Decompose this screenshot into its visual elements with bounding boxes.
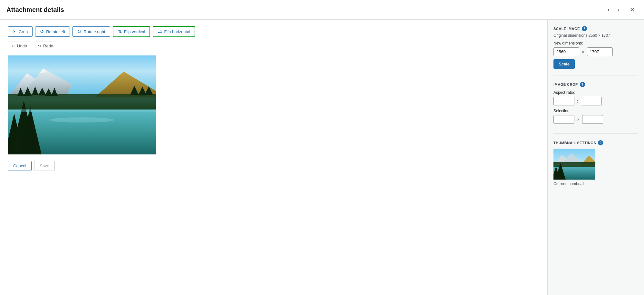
scale-image-help-icon[interactable]: ? bbox=[582, 26, 587, 31]
scale-button[interactable]: Scale bbox=[553, 59, 575, 69]
thumbnail-settings-title: THUMBNAIL SETTINGS ? bbox=[553, 140, 638, 145]
dims-separator: × bbox=[582, 49, 584, 54]
action-row: Cancel Save bbox=[8, 161, 540, 171]
scale-image-title: SCALE IMAGE ? bbox=[553, 26, 638, 31]
original-dims: Original dimensions 2560 × 1707 bbox=[553, 33, 638, 38]
selection-width-input[interactable] bbox=[553, 115, 574, 124]
aspect-separator: : bbox=[577, 99, 578, 103]
dims-row: × bbox=[553, 47, 638, 56]
undo-icon: ↩ bbox=[12, 44, 15, 48]
cancel-button[interactable]: Cancel bbox=[8, 161, 32, 171]
flip-horizontal-icon: ⇄ bbox=[158, 29, 162, 34]
image-container bbox=[8, 55, 156, 154]
scale-image-section: SCALE IMAGE ? Original dimensions 2560 ×… bbox=[553, 26, 638, 75]
thumbnail-settings-help-icon[interactable]: ? bbox=[598, 140, 603, 145]
rotate-right-icon: ↻ bbox=[77, 29, 82, 34]
aspect-ratio-label: Aspect ratio: bbox=[553, 90, 638, 95]
flip-vertical-button[interactable]: ⇅ Flip vertical bbox=[113, 26, 150, 37]
image-crop-help-icon[interactable]: ? bbox=[580, 82, 585, 87]
close-button[interactable]: ✕ bbox=[627, 5, 638, 15]
page-title: Attachment details bbox=[6, 6, 64, 14]
crop-icon: ✂ bbox=[13, 29, 17, 34]
sidebar: SCALE IMAGE ? Original dimensions 2560 ×… bbox=[547, 20, 644, 295]
next-button[interactable]: › bbox=[615, 5, 622, 15]
flip-vertical-icon: ⇅ bbox=[118, 29, 122, 34]
rotate-left-button[interactable]: ↺ Rotate left bbox=[35, 26, 70, 37]
editor-area: ✂ Crop ↺ Rotate left ↻ Rotate right ⇅ Fl… bbox=[0, 20, 547, 295]
crop-button[interactable]: ✂ Crop bbox=[8, 26, 33, 37]
selection-label: Selection: bbox=[553, 109, 638, 113]
aspect-height-input[interactable] bbox=[581, 97, 602, 105]
svg-point-21 bbox=[50, 117, 114, 123]
aspect-ratio-row: : bbox=[553, 97, 638, 105]
new-dims-label: New dimensions: bbox=[553, 41, 638, 45]
height-input[interactable] bbox=[587, 47, 613, 56]
redo-button[interactable]: ↪ Redo bbox=[34, 42, 57, 50]
undo-redo-row: ↩ Undo ↪ Redo bbox=[8, 42, 540, 50]
header: Attachment details ‹ › ✕ bbox=[0, 0, 644, 20]
save-button[interactable]: Save bbox=[34, 161, 55, 171]
toolbar: ✂ Crop ↺ Rotate left ↻ Rotate right ⇅ Fl… bbox=[8, 26, 540, 37]
prev-button[interactable]: ‹ bbox=[605, 5, 612, 15]
thumbnail-settings-section: THUMBNAIL SETTINGS ? bbox=[553, 140, 638, 192]
selection-height-input[interactable] bbox=[582, 115, 603, 124]
rotate-left-icon: ↺ bbox=[40, 29, 44, 34]
thumbnail-image bbox=[553, 149, 595, 180]
rotate-right-button[interactable]: ↻ Rotate right bbox=[72, 26, 110, 37]
selection-separator: × bbox=[577, 117, 580, 122]
current-thumbnail-label: Current thumbnail bbox=[553, 182, 638, 186]
undo-button[interactable]: ↩ Undo bbox=[8, 42, 31, 50]
svg-rect-7 bbox=[8, 94, 156, 110]
selection-row: × bbox=[553, 115, 638, 124]
redo-icon: ↪ bbox=[38, 44, 42, 48]
image-crop-title: IMAGE CROP ? bbox=[553, 82, 638, 87]
image-crop-section: IMAGE CROP ? Aspect ratio: : Selection: … bbox=[553, 82, 638, 134]
preview-image bbox=[8, 55, 156, 154]
flip-horizontal-button[interactable]: ⇄ Flip horizontal bbox=[153, 26, 195, 37]
width-input[interactable] bbox=[553, 47, 579, 56]
main-layout: ✂ Crop ↺ Rotate left ↻ Rotate right ⇅ Fl… bbox=[0, 20, 644, 295]
svg-rect-20 bbox=[8, 109, 156, 112]
aspect-width-input[interactable] bbox=[553, 97, 574, 105]
header-nav: ‹ › ✕ bbox=[605, 5, 638, 15]
